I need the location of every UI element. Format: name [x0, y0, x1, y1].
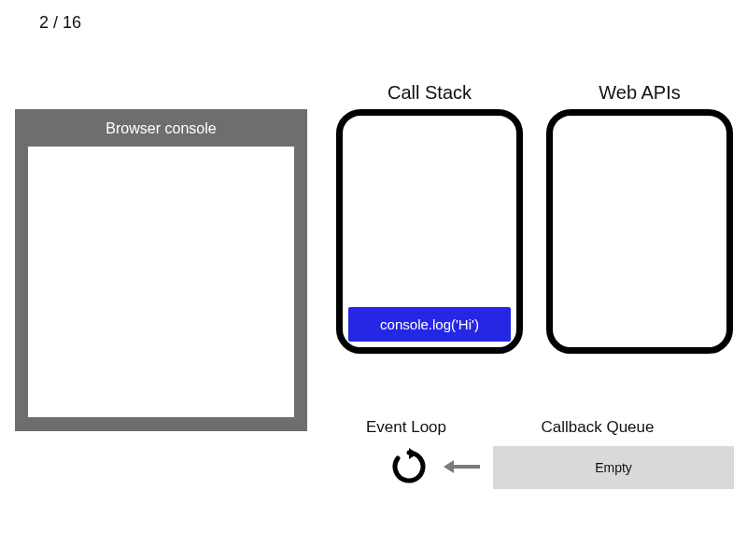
arrow-left-icon	[444, 460, 480, 473]
browser-console-title: Browser console	[15, 109, 307, 147]
event-loop-icon	[390, 448, 428, 485]
web-apis-box	[546, 109, 733, 354]
callback-queue-heading: Callback Queue	[523, 418, 672, 437]
page-counter: 2 / 16	[39, 13, 81, 33]
callback-queue-empty-label: Empty	[595, 460, 632, 475]
event-loop-heading: Event Loop	[350, 418, 462, 437]
svg-marker-0	[409, 448, 417, 459]
browser-console-panel: Browser console	[15, 109, 307, 431]
call-stack-heading: Call Stack	[336, 82, 523, 104]
callback-queue-box: Empty	[493, 446, 734, 489]
browser-console-output	[28, 147, 294, 417]
call-stack-item: console.log('Hi')	[348, 307, 511, 342]
web-apis-heading: Web APIs	[546, 82, 733, 104]
call-stack-box: console.log('Hi')	[336, 109, 523, 354]
